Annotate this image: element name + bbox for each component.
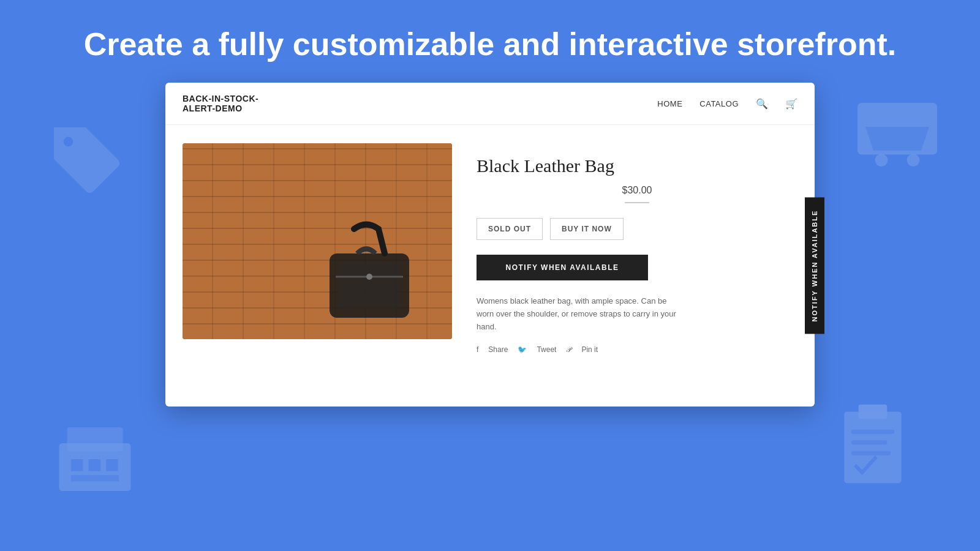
search-icon[interactable]: 🔍: [756, 98, 768, 110]
product-price: $30.00: [477, 185, 797, 196]
product-divider: [625, 202, 649, 203]
nav-catalog[interactable]: CATALOG: [699, 99, 739, 108]
page-heading: Create a fully customizable and interact…: [0, 0, 980, 83]
nav-links: HOME CATALOG 🔍 🛒: [657, 98, 797, 110]
svg-rect-8: [106, 459, 118, 471]
product-image: [183, 143, 452, 339]
social-share: f Share 🐦 Tweet 𝒫 Pin it: [477, 345, 797, 354]
browser-mockup: BACK-IN-STOCK- ALERT-DEMO HOME CATALOG 🔍…: [165, 83, 815, 407]
bag-silhouette: [317, 217, 415, 327]
product-section: Black Leather Bag $30.00 SOLD OUT BUY IT…: [165, 125, 815, 407]
svg-rect-12: [851, 430, 894, 434]
buy-now-button[interactable]: BUY IT NOW: [550, 218, 624, 240]
product-title: Black Leather Bag: [477, 156, 797, 176]
bg-register-icon: [55, 419, 135, 499]
svg-rect-14: [851, 451, 891, 455]
main-heading: Create a fully customizable and interact…: [12, 24, 968, 64]
twitter-share[interactable]: Tweet: [537, 345, 556, 354]
svg-rect-10: [844, 412, 901, 484]
notify-sidebar-tab[interactable]: NOTIFY WHEN AVAILABLE: [805, 198, 824, 334]
product-actions: SOLD OUT BUY IT NOW: [477, 218, 797, 240]
cart-icon[interactable]: 🛒: [785, 98, 797, 110]
svg-point-18: [366, 274, 372, 280]
svg-rect-7: [89, 459, 101, 471]
svg-rect-9: [71, 475, 119, 481]
sold-out-button[interactable]: SOLD OUT: [477, 218, 543, 240]
svg-rect-6: [71, 459, 83, 471]
share-icon: f: [477, 345, 478, 354]
svg-rect-11: [859, 405, 888, 419]
pinterest-share[interactable]: Pin it: [581, 345, 598, 354]
twitter-icon: 🐦: [518, 345, 527, 354]
svg-rect-16: [339, 263, 400, 309]
pinterest-icon: 𝒫: [566, 345, 571, 354]
nav-home[interactable]: HOME: [657, 99, 682, 108]
bg-clipboard-icon: [836, 401, 910, 487]
notify-when-available-button[interactable]: NOTIFY WHEN AVAILABLE: [477, 255, 648, 280]
svg-rect-13: [851, 440, 887, 444]
store-nav: BACK-IN-STOCK- ALERT-DEMO HOME CATALOG 🔍…: [165, 83, 815, 125]
product-details: Black Leather Bag $30.00 SOLD OUT BUY IT…: [477, 143, 797, 388]
svg-rect-5: [67, 427, 123, 451]
product-description: Womens black leather bag, with ample spa…: [477, 295, 685, 333]
store-logo: BACK-IN-STOCK- ALERT-DEMO: [183, 94, 258, 113]
facebook-share[interactable]: Share: [488, 345, 508, 354]
product-image-wrapper: [183, 143, 452, 388]
